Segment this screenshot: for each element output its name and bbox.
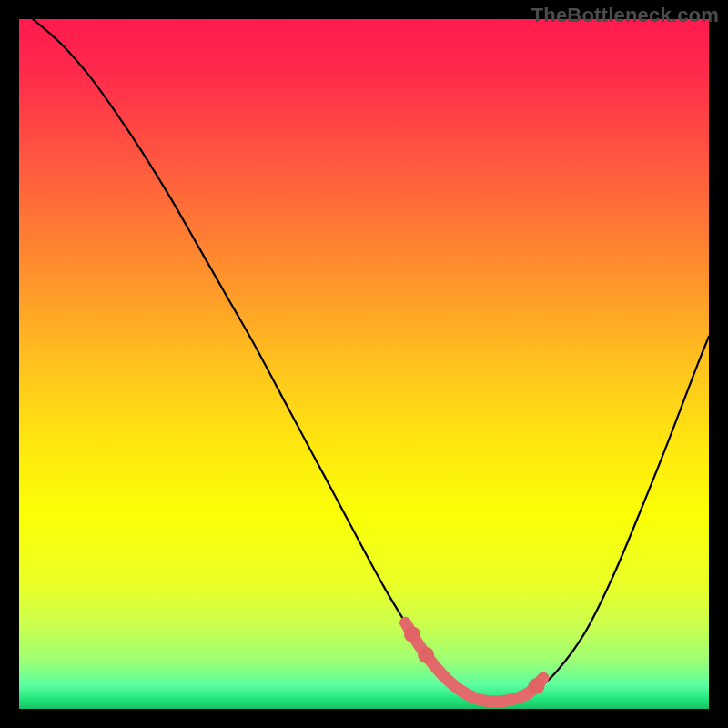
chart-frame: TheBottleneck.com <box>0 0 728 728</box>
bottleneck-chart <box>19 19 709 709</box>
highlight-dot <box>529 678 545 694</box>
highlight-dot <box>404 626 420 642</box>
highlight-dot <box>418 647 434 663</box>
watermark-text: TheBottleneck.com <box>531 4 719 27</box>
